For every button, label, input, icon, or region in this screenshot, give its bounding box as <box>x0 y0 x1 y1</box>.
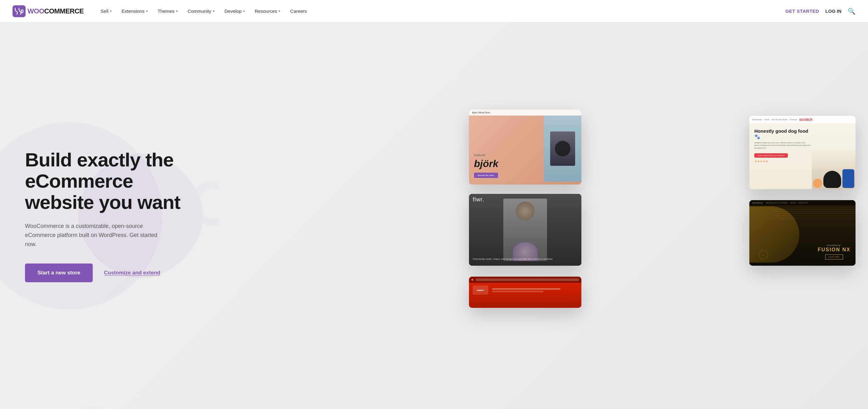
nav-item-careers[interactable]: Careers <box>286 6 311 16</box>
hero-buttons: Start a new store Customize and extend <box>25 263 206 282</box>
nav-item-sell[interactable]: Sell ▾ <box>96 6 116 16</box>
nav-right: GET STARTED LOG IN 🔍 <box>785 7 856 15</box>
scratch-stars: ★★★★★ <box>754 160 811 163</box>
screenshot-grid: Björk Official Store Featured björk Brow… <box>206 106 856 325</box>
navigation: WOOCOMMERCE Sell ▾ Extensions ▾ Themes ▾… <box>0 0 868 23</box>
strandberg-guitar-decoration <box>749 207 799 262</box>
logo[interactable]: WOOCOMMERCE <box>12 5 84 17</box>
search-button[interactable]: 🔍 <box>848 7 856 15</box>
hero-title: Build exactly the eCommerce website you … <box>25 149 206 213</box>
nav-item-extensions[interactable]: Extensions ▾ <box>117 6 152 16</box>
nav-item-themes[interactable]: Themes ▾ <box>153 6 182 16</box>
chevron-down-icon: ▾ <box>110 9 112 13</box>
flwr-screenshot: flwr. Floral design studio. Unique, bold… <box>469 194 581 266</box>
logo-icon <box>12 5 26 17</box>
strandberg-screenshot: strandberg° HEADLESS GUITARS SHOP ARTIST… <box>749 200 856 266</box>
login-button[interactable]: LOG IN <box>825 8 841 14</box>
flwr-logo: flwr. <box>473 196 484 203</box>
bjork-person-image <box>544 116 581 182</box>
start-store-button[interactable]: Start a new store <box>25 263 93 282</box>
get-started-button[interactable]: GET STARTED <box>785 8 819 14</box>
strandberg-model: FUSION NX <box>818 247 850 253</box>
bjork-browse-btn: Browse the store <box>474 172 498 178</box>
chevron-down-icon: ▾ <box>243 9 245 13</box>
nav-links: Sell ▾ Extensions ▾ Themes ▾ Community ▾… <box>96 6 785 16</box>
strandberg-explore: EXPLORE <box>825 254 843 259</box>
chevron-down-icon: ▾ <box>213 9 215 13</box>
flwr-tagline: Floral design studio. Unique, bold desig… <box>473 258 578 261</box>
weber-logo: weber <box>477 289 484 292</box>
bjork-screenshot: Björk Official Store Featured björk Brow… <box>469 109 581 185</box>
svg-point-0 <box>21 10 23 13</box>
nav-item-develop[interactable]: Develop ▾ <box>220 6 249 16</box>
nav-item-community[interactable]: Community ▾ <box>183 6 219 16</box>
flwr-person-image <box>503 198 547 261</box>
scratch-product-image <box>812 149 856 189</box>
scratch-cta: Is your dog's food up to scratch? <box>754 153 788 158</box>
nav-item-resources[interactable]: Resources ▾ <box>250 6 285 16</box>
strandberg-brand: strandberg° <box>818 244 850 246</box>
scratch-screenshot: Our Recipes Treats How Scratch Works Com… <box>749 116 856 189</box>
hero-content: Build exactly the eCommerce website you … <box>25 149 206 283</box>
weber-screenshot: weber <box>469 277 581 308</box>
search-icon: 🔍 <box>848 8 856 15</box>
customize-extend-button[interactable]: Customize and extend <box>104 270 160 276</box>
logo-wordmark: WOOCOMMERCE <box>28 7 84 15</box>
chevron-down-icon: ▾ <box>176 9 178 13</box>
hero-subtitle: WooCommerce is a customizable, open-sour… <box>25 222 168 249</box>
hero-screenshots: Björk Official Store Featured björk Brow… <box>206 106 856 325</box>
chevron-down-icon: ▾ <box>146 9 148 13</box>
scratch-subtext: Healthier kibble you can trust—delivered… <box>754 141 811 149</box>
scratch-headline: Honestly good dog food 🐾 <box>754 128 811 139</box>
hero-section: WOO Build exactly the eCommerce website … <box>0 23 868 409</box>
bjork-wordmark: björk <box>474 158 539 169</box>
scratch-logo: scratch <box>799 117 812 122</box>
chevron-down-icon: ▾ <box>279 9 280 13</box>
